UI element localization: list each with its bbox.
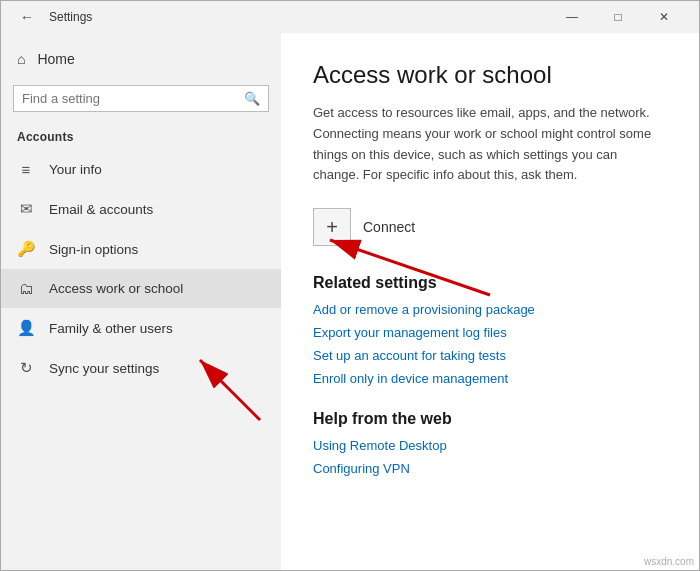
sync-icon: ↻	[17, 359, 35, 377]
search-input[interactable]	[22, 91, 238, 106]
link-export-logs[interactable]: Export your management log files	[313, 325, 667, 340]
email-label: Email & accounts	[49, 202, 153, 217]
sidebar-item-sign-in[interactable]: 🔑 Sign-in options	[1, 229, 281, 269]
connect-label: Connect	[363, 219, 415, 235]
access-work-icon: 🗂	[17, 280, 35, 297]
connect-button[interactable]: +	[313, 208, 351, 246]
sidebar-section-title: Accounts	[1, 120, 281, 150]
sidebar-item-sync[interactable]: ↻ Sync your settings	[1, 348, 281, 388]
access-work-label: Access work or school	[49, 281, 183, 296]
help-section: Help from the web Using Remote Desktop C…	[313, 410, 667, 476]
back-button[interactable]: ←	[13, 3, 41, 31]
link-account-tests[interactable]: Set up an account for taking tests	[313, 348, 667, 363]
link-vpn[interactable]: Configuring VPN	[313, 461, 667, 476]
sidebar-item-family[interactable]: 👤 Family & other users	[1, 308, 281, 348]
plus-icon: +	[326, 216, 338, 239]
window-title: Settings	[49, 10, 549, 24]
email-icon: ✉	[17, 200, 35, 218]
family-icon: 👤	[17, 319, 35, 337]
help-title: Help from the web	[313, 410, 667, 428]
link-enroll-device[interactable]: Enroll only in device management	[313, 371, 667, 386]
watermark: wsxdn.com	[644, 556, 694, 567]
titlebar: ← Settings — □ ✕	[1, 1, 699, 33]
your-info-label: Your info	[49, 162, 102, 177]
main-panel: Access work or school Get access to reso…	[281, 33, 699, 570]
window-controls: — □ ✕	[549, 1, 687, 33]
home-label: Home	[37, 51, 74, 67]
sidebar: ⌂ Home 🔍 Accounts ≡ Your info ✉ Email & …	[1, 33, 281, 570]
link-remote-desktop[interactable]: Using Remote Desktop	[313, 438, 667, 453]
sidebar-item-home[interactable]: ⌂ Home	[1, 41, 281, 77]
related-settings-title: Related settings	[313, 274, 667, 292]
sync-label: Sync your settings	[49, 361, 159, 376]
signin-label: Sign-in options	[49, 242, 138, 257]
page-description: Get access to resources like email, apps…	[313, 103, 667, 186]
related-settings-section: Related settings Add or remove a provisi…	[313, 274, 667, 386]
connect-area: + Connect	[313, 208, 667, 246]
signin-icon: 🔑	[17, 240, 35, 258]
search-icon: 🔍	[244, 91, 260, 106]
link-provisioning[interactable]: Add or remove a provisioning package	[313, 302, 667, 317]
sidebar-item-your-info[interactable]: ≡ Your info	[1, 150, 281, 189]
close-button[interactable]: ✕	[641, 1, 687, 33]
content-area: ⌂ Home 🔍 Accounts ≡ Your info ✉ Email & …	[1, 33, 699, 570]
search-box[interactable]: 🔍	[13, 85, 269, 112]
minimize-button[interactable]: —	[549, 1, 595, 33]
sidebar-item-access-work[interactable]: 🗂 Access work or school	[1, 269, 281, 308]
home-icon: ⌂	[17, 51, 25, 67]
family-label: Family & other users	[49, 321, 173, 336]
back-icon: ←	[20, 9, 34, 25]
page-title: Access work or school	[313, 61, 667, 89]
sidebar-item-email-accounts[interactable]: ✉ Email & accounts	[1, 189, 281, 229]
maximize-button[interactable]: □	[595, 1, 641, 33]
your-info-icon: ≡	[17, 161, 35, 178]
